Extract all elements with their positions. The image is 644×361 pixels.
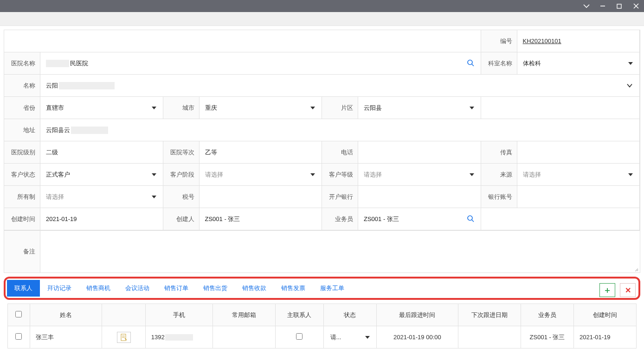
form-grid: 编号 KH202100101 医院名称 民医院 科室名称 体检科 名称 云阳 省… (4, 30, 640, 231)
source-label: 来源 (481, 164, 517, 186)
svg-line-3 (472, 64, 474, 66)
delete-button[interactable]: ✕ (620, 283, 636, 297)
cell-status[interactable]: 请... (323, 326, 376, 348)
hospital-name-label: 医院名称 (4, 52, 40, 75)
svg-line-5 (472, 220, 474, 222)
masked-text (71, 127, 108, 134)
dropdown-icon[interactable] (583, 4, 591, 8)
table-wrap: 姓名手机常用邮箱主联系人状态最后跟进时间下次跟进日期业务员创建时间 张三丰139… (4, 304, 640, 348)
table-header-8: 下次跟进日期 (458, 304, 521, 326)
phone-input[interactable] (358, 141, 481, 164)
code-value[interactable]: KH202100101 (517, 30, 640, 52)
table-header-5: 主联系人 (275, 304, 323, 326)
main-contact-checkbox[interactable] (296, 333, 303, 340)
bank-acct-label: 银行账号 (481, 186, 517, 208)
contacts-table: 姓名手机常用邮箱主联系人状态最后跟进时间下次跟进日期业务员创建时间 张三丰139… (7, 304, 637, 348)
cust-status-select[interactable]: 正式客户 (40, 164, 163, 186)
search-icon[interactable] (467, 215, 474, 223)
toolbar-strip (0, 12, 644, 26)
province-select[interactable]: 直辖市 (40, 97, 163, 119)
chevron-down-icon (310, 173, 315, 176)
table-header-7: 最后跟进时间 (376, 304, 458, 326)
cust-stage-select[interactable]: 请选择 (200, 164, 322, 186)
tab-0[interactable]: 联系人 (7, 280, 40, 297)
tab-1[interactable]: 拜访记录 (40, 280, 79, 297)
cust-stage-label: 客户阶段 (163, 164, 200, 186)
chevron-down-icon (152, 196, 156, 198)
hospital-level-input[interactable]: 二级 (40, 141, 163, 164)
ownership-select[interactable]: 请选择 (40, 186, 163, 208)
name-input[interactable]: 云阳 (40, 75, 640, 97)
cell-last-follow: 2021-01-19 00:00 (376, 326, 458, 348)
cell-phone: 1392 (145, 326, 213, 348)
creator-label: 创建人 (163, 208, 200, 230)
cell-next-follow (458, 326, 521, 348)
tab-6[interactable]: 销售收款 (235, 280, 274, 297)
source-select[interactable]: 请选择 (517, 164, 640, 186)
hospital-rank-input[interactable]: 乙等 (200, 141, 322, 164)
district-select[interactable]: 云阳县 (358, 97, 481, 119)
chevron-down-icon (470, 173, 474, 176)
salesman-input[interactable]: ZS001 - 张三 (358, 208, 481, 230)
select-all-checkbox[interactable] (15, 311, 22, 317)
close-button[interactable] (633, 3, 641, 9)
remark-textarea[interactable] (40, 231, 640, 272)
city-select[interactable]: 重庆 (200, 97, 322, 119)
phone-label: 电话 (322, 141, 358, 164)
cell-name: 张三丰 (30, 326, 102, 348)
tab-4[interactable]: 销售订单 (157, 280, 196, 297)
table-body: 张三丰1392请...2021-01-19 00:00ZS001 - 张三202… (8, 326, 637, 348)
tab-7[interactable]: 销售发票 (274, 280, 313, 297)
masked-text (46, 60, 69, 67)
table-header-0 (8, 304, 30, 326)
tax-no-input[interactable] (200, 186, 322, 208)
province-label: 省份 (4, 97, 40, 119)
table-header-6: 状态 (323, 304, 376, 326)
bank-acct-input[interactable] (517, 186, 640, 208)
maximize-button[interactable] (616, 3, 625, 9)
svg-point-2 (468, 60, 472, 64)
table-row: 张三丰1392请...2021-01-19 00:00ZS001 - 张三202… (8, 326, 637, 348)
cell-doc (102, 326, 145, 348)
tab-2[interactable]: 销售商机 (79, 280, 118, 297)
cell-created: 2021-01-19 (574, 326, 637, 348)
chevron-down-icon (152, 173, 156, 176)
table-header-1: 姓名 (30, 304, 102, 326)
name-label: 名称 (4, 75, 40, 97)
hospital-rank-label: 医院等次 (163, 141, 200, 164)
tab-3[interactable]: 会议活动 (118, 280, 157, 297)
hospital-name-input[interactable]: 民医院 (40, 52, 481, 75)
cust-status-label: 客户状态 (4, 164, 40, 186)
address-label: 地址 (4, 119, 40, 141)
address-input[interactable]: 云阳县云 (40, 119, 640, 141)
chevron-down-icon (628, 62, 633, 65)
row-checkbox[interactable] (15, 333, 22, 340)
cell-salesman: ZS001 - 张三 (521, 326, 573, 348)
bank-input[interactable] (358, 186, 481, 208)
masked-text (59, 82, 115, 89)
minimize-button[interactable] (599, 3, 608, 9)
header-spacer (4, 30, 481, 52)
tab-8[interactable]: 服务工单 (313, 280, 352, 297)
search-icon[interactable] (467, 59, 474, 68)
city-label: 城市 (163, 97, 200, 119)
svg-rect-1 (617, 4, 621, 8)
fax-input[interactable] (517, 141, 640, 164)
cell-main-contact (275, 326, 323, 348)
document-icon[interactable] (117, 332, 131, 343)
cust-grade-select[interactable]: 请选择 (358, 164, 481, 186)
dept-name-select[interactable]: 体检科 (517, 52, 640, 75)
tab-5[interactable]: 销售出货 (196, 280, 235, 297)
ownership-label: 所有制 (4, 186, 40, 208)
resize-handle-icon[interactable] (634, 266, 638, 271)
chevron-down-icon (365, 336, 370, 339)
created-time-value: 2021-01-19 (40, 208, 163, 230)
cell-email (213, 326, 275, 348)
add-button[interactable]: ＋ (599, 283, 615, 297)
chevron-down-icon (470, 107, 474, 109)
chevron-down-icon[interactable] (626, 82, 633, 89)
empty-cell (481, 208, 640, 230)
table-header-3: 手机 (145, 304, 213, 326)
cust-grade-label: 客户等级 (322, 164, 358, 186)
salesman-label: 业务员 (322, 208, 358, 230)
